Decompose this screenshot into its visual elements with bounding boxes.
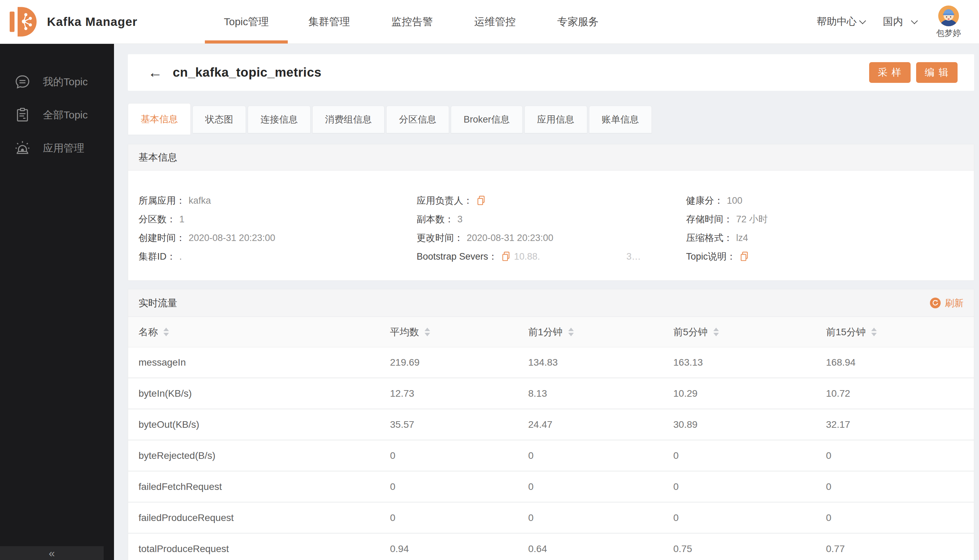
metric-average: 0.94 [390,543,528,555]
header-right: 帮助中心 国内 [817,0,961,43]
metric-average: 219.69 [390,357,528,368]
screen: Kafka Manager Topic管理 集群管理 监控告警 运维管控 专家服… [0,0,979,560]
table-header-row: 名称 平均数 前1分钟 前5分钟 前15分钟 [128,317,974,347]
metric-last-1-min: 0.64 [528,543,673,555]
field-compression-format: 压缩格式： lz4 [686,228,974,247]
metric-last-5-min: 0 [673,512,826,523]
sample-button[interactable]: 采 样 [869,62,911,83]
region-menu[interactable]: 国内 [883,15,917,29]
collapse-icon: « [49,547,55,559]
sort-icon[interactable] [713,328,719,336]
region-label: 国内 [883,15,903,29]
sort-icon[interactable] [424,328,430,336]
user-menu[interactable]: 包梦婷 [936,5,961,39]
sort-icon[interactable] [164,328,169,336]
metric-name: byteRejected(B/s) [139,450,390,461]
metric-last-5-min: 0 [673,481,826,492]
table-row: byteRejected(B/s) 0 0 0 0 [128,440,974,472]
tab-app-info[interactable]: 应用信息 [525,106,587,133]
column-header-average[interactable]: 平均数 [390,325,528,339]
sidebar-collapse-button[interactable]: « [0,546,104,560]
avatar [938,5,959,27]
edit-button[interactable]: 编 辑 [916,62,957,83]
field-retention-time: 存储时间： 72 小时 [686,210,974,228]
nav-ops-control[interactable]: 运维管控 [454,0,536,43]
metric-last-15-min: 10.72 [826,388,974,399]
nav-cluster-management[interactable]: 集群管理 [288,0,371,43]
tab-consumer-group-info[interactable]: 消费组信息 [312,106,384,133]
refresh-label: 刷新 [945,297,964,309]
page-header-card: ← cn_kafka_topic_metrics 采 样 编 辑 [128,54,974,91]
sort-icon[interactable] [871,328,877,336]
metric-name: failedProduceRequest [139,512,390,523]
sidebar-item-label: 全部Topic [43,108,88,122]
metric-average: 35.57 [390,419,528,430]
metric-last-1-min: 0 [528,512,673,523]
sort-icon[interactable] [568,328,574,336]
clipboard-icon [15,107,30,123]
sidebar-item-label: 我的Topic [43,75,88,89]
top-navbar: Kafka Manager Topic管理 集群管理 监控告警 运维管控 专家服… [0,0,979,44]
metric-last-1-min: 134.83 [528,357,673,368]
metric-name: byteOut(KB/s) [139,419,390,430]
table-row: failedFetchRequest 0 0 0 0 [128,472,974,503]
table-row: totalProduceRequest 0.94 0.64 0.75 0.77 [128,534,974,560]
field-owner-app: 所属应用： kafka [139,191,417,210]
tab-basic-info[interactable]: 基本信息 [128,103,191,135]
metric-last-5-min: 163.13 [673,357,826,368]
column-header-last-5-min[interactable]: 前5分钟 [673,325,826,339]
copy-icon[interactable] [477,195,486,206]
help-center-menu[interactable]: 帮助中心 [817,15,865,29]
copy-icon[interactable] [501,251,511,262]
field-topic-description: Topic说明： [686,247,974,266]
metric-last-5-min: 10.29 [673,388,826,399]
chat-bubble-icon [15,74,30,90]
table-row: messageIn 219.69 134.83 163.13 168.94 [128,347,974,378]
tab-connection-info[interactable]: 连接信息 [248,106,311,133]
metric-last-1-min: 0 [528,450,673,461]
copy-icon[interactable] [740,251,749,262]
metric-last-15-min: 0 [826,481,974,492]
nav-expert-service[interactable]: 专家服务 [536,0,620,43]
nav-topic-management[interactable]: Topic管理 [205,0,288,43]
tab-partition-info[interactable]: 分区信息 [386,106,449,133]
page-actions: 采 样 编 辑 [869,62,957,83]
section-title: 实时流量 [139,297,177,310]
tab-bill-info[interactable]: 账单信息 [589,106,652,133]
nav-monitor-alert[interactable]: 监控告警 [371,0,454,43]
back-arrow-button[interactable]: ← [148,65,162,80]
user-name: 包梦婷 [936,28,961,39]
column-header-last-1-min[interactable]: 前1分钟 [528,325,673,339]
field-health-score: 健康分： 100 [686,191,974,210]
metric-last-1-min: 0 [528,481,673,492]
metric-last-5-min: 0.75 [673,543,826,555]
sidebar-item-all-topic[interactable]: 全部Topic [0,98,114,132]
metric-name: byteIn(KB/s) [139,388,390,399]
metric-last-15-min: 32.17 [826,419,974,430]
chevron-down-icon [911,17,918,24]
table-row: byteOut(KB/s) 35.57 24.47 30.89 32.17 [128,410,974,440]
basic-info-card: 基本信息 所属应用： kafka 应用负责人： [128,144,974,281]
main-nav: Topic管理 集群管理 监控告警 运维管控 专家服务 [205,0,620,43]
basic-info-fields: 所属应用： kafka 应用负责人： 健康分： 100 [128,170,974,280]
tab-bar: 基本信息 状态图 连接信息 消费组信息 分区信息 Broker信息 应用信息 账… [128,103,974,135]
metric-last-15-min: 168.94 [826,357,974,368]
app-logo-icon [10,6,38,38]
sidebar-item-my-topic[interactable]: 我的Topic [0,65,114,98]
table-row: failedProduceRequest 0 0 0 0 [128,503,974,534]
tab-status-chart[interactable]: 状态图 [192,106,246,133]
metric-last-1-min: 8.13 [528,388,673,399]
column-header-name[interactable]: 名称 [139,325,390,339]
sidebar: 我的Topic 全部Topic [0,44,114,560]
field-bootstrap-servers: Bootstrap Severs： 10.88. 3… [417,247,686,266]
alarm-icon [15,140,30,156]
sidebar-item-app-management[interactable]: 应用管理 [0,132,114,165]
tab-broker-info[interactable]: Broker信息 [451,106,523,133]
field-partition-count: 分区数： 1 [139,210,417,228]
metric-last-15-min: 0 [826,450,974,461]
column-header-last-15-min[interactable]: 前15分钟 [826,325,974,339]
refresh-button[interactable]: 刷新 [930,297,964,309]
sidebar-item-label: 应用管理 [43,141,84,155]
table-row: byteIn(KB/s) 12.73 8.13 10.29 10.72 [128,378,974,410]
field-replica-count: 副本数： 3 [417,210,686,228]
